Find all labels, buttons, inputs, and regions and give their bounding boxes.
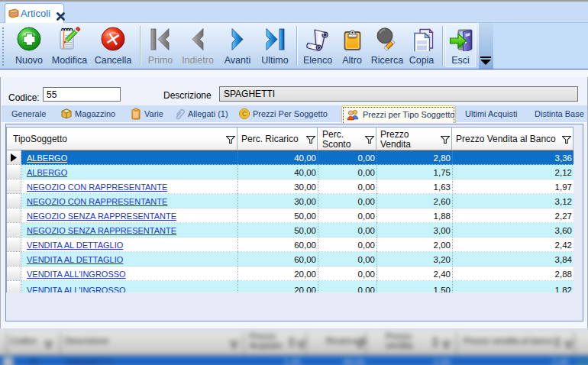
- svg-text:C: C: [242, 110, 247, 118]
